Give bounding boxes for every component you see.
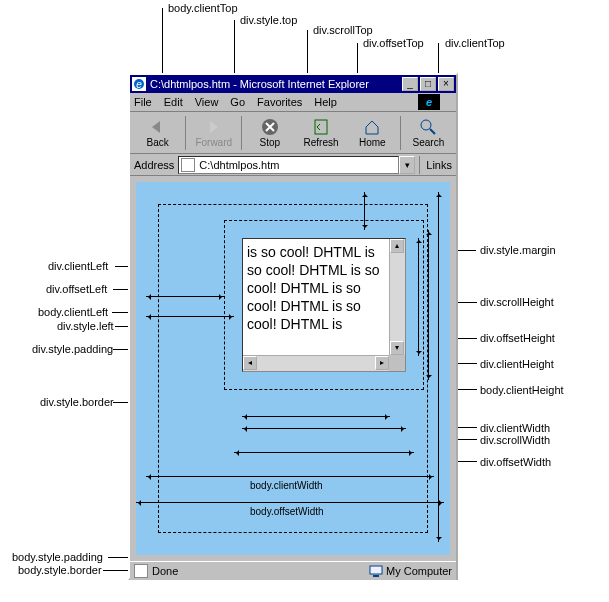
- label-div-clientWidth: div.clientWidth: [480, 422, 550, 434]
- forward-button[interactable]: Forward: [188, 114, 239, 152]
- label-div-offsetTop: div.offsetTop: [363, 37, 424, 49]
- menu-file[interactable]: File: [134, 96, 152, 108]
- address-bar: Address C:\dhtmlpos.htm ▾ Links: [130, 154, 456, 176]
- label-body-style-padding: body.style.padding: [12, 551, 103, 563]
- client-area: is so cool! DHTML is so cool! DHTML is s…: [130, 176, 456, 561]
- menu-edit[interactable]: Edit: [164, 96, 183, 108]
- label-div-style-border: div.style.border: [40, 396, 114, 408]
- forward-label: Forward: [195, 137, 232, 148]
- refresh-label: Refresh: [304, 137, 339, 148]
- svg-point-4: [421, 120, 431, 130]
- separator: [419, 156, 420, 174]
- label-div-style-margin: div.style.margin: [480, 244, 556, 256]
- scroll-up-icon[interactable]: ▴: [390, 239, 404, 253]
- label-div-style-top: div.style.top: [240, 14, 297, 26]
- titlebar[interactable]: e C:\dhtmlpos.htm - Microsoft Internet E…: [130, 75, 456, 93]
- menu-go[interactable]: Go: [230, 96, 245, 108]
- address-dropdown[interactable]: ▾: [399, 156, 415, 174]
- dim-div-clientWidth: [242, 416, 390, 417]
- dim-div-style-top: [364, 192, 365, 230]
- menu-favorites[interactable]: Favorites: [257, 96, 302, 108]
- search-icon: [418, 118, 438, 136]
- app-icon: e: [132, 77, 146, 91]
- label-div-scrollWidth: div.scrollWidth: [480, 434, 550, 446]
- label-body-style-border: body.style.border: [18, 564, 102, 576]
- home-icon: [362, 118, 382, 136]
- zone-text: My Computer: [386, 565, 452, 577]
- label-div-offsetLeft: div.offsetLeft: [46, 283, 107, 295]
- label-div-clientHeight: div.clientHeight: [480, 358, 554, 370]
- dim-div-scrollWidth: [242, 428, 406, 429]
- back-icon: [148, 118, 168, 136]
- div-content-text: is so cool! DHTML is so cool! DHTML is s…: [243, 239, 388, 337]
- refresh-icon: [311, 118, 331, 136]
- label-div-style-padding: div.style.padding: [32, 343, 113, 355]
- menu-help[interactable]: Help: [314, 96, 337, 108]
- done-icon: [134, 564, 148, 578]
- status-text: Done: [152, 565, 369, 577]
- close-button[interactable]: ×: [438, 77, 454, 91]
- refresh-button[interactable]: Refresh: [295, 114, 346, 152]
- scroll-corner: [389, 355, 405, 371]
- svg-line-5: [430, 129, 435, 134]
- ie-logo-icon: e: [418, 94, 440, 110]
- label-div-offsetWidth: div.offsetWidth: [480, 456, 551, 468]
- home-button[interactable]: Home: [347, 114, 398, 152]
- address-input[interactable]: C:\dhtmlpos.htm: [178, 156, 399, 174]
- dim-body-offsetWidth: [136, 502, 444, 503]
- horizontal-scrollbar[interactable]: ◂ ▸: [243, 355, 389, 371]
- scroll-down-icon[interactable]: ▾: [390, 341, 404, 355]
- scroll-right-icon[interactable]: ▸: [375, 356, 389, 370]
- search-label: Search: [413, 137, 445, 148]
- svg-rect-7: [373, 575, 379, 577]
- address-value: C:\dhtmlpos.htm: [199, 159, 279, 171]
- minimize-button[interactable]: _: [402, 77, 418, 91]
- window-title: C:\dhtmlpos.htm - Microsoft Internet Exp…: [150, 78, 400, 90]
- stop-label: Stop: [260, 137, 281, 148]
- maximize-button[interactable]: □: [420, 77, 436, 91]
- div-client-box: is so cool! DHTML is so cool! DHTML is s…: [242, 238, 406, 372]
- address-label: Address: [134, 159, 174, 171]
- label-div-style-left: div.style.left: [57, 320, 114, 332]
- dim-div-offsetWidth: [234, 452, 414, 453]
- page-icon: [181, 158, 195, 172]
- svg-text:e: e: [136, 79, 142, 90]
- stop-icon: [260, 118, 280, 136]
- label-body-clientLeft: body.clientLeft: [38, 306, 108, 318]
- stop-button[interactable]: Stop: [244, 114, 295, 152]
- vertical-scrollbar[interactable]: ▴ ▾: [389, 239, 405, 355]
- dim-div-clientHeight: [418, 238, 419, 356]
- dim-div-offsetLeft: [146, 296, 224, 297]
- diagram-stage: body.clientTop div.style.top div.scrollT…: [0, 0, 609, 602]
- label-body-clientWidth: body.clientWidth: [250, 480, 323, 491]
- home-label: Home: [359, 137, 386, 148]
- label-body-offsetWidth: body.offsetWidth: [250, 506, 324, 517]
- label-div-scrollHeight: div.scrollHeight: [480, 296, 554, 308]
- separator: [185, 116, 186, 150]
- back-label: Back: [146, 137, 168, 148]
- label-div-offsetHeight: div.offsetHeight: [480, 332, 555, 344]
- ie-window: e C:\dhtmlpos.htm - Microsoft Internet E…: [128, 73, 458, 580]
- svg-rect-6: [370, 566, 382, 574]
- forward-icon: [204, 118, 224, 136]
- dim-div-style-left: [146, 316, 234, 317]
- separator: [241, 116, 242, 150]
- label-div-clientTop: div.clientTop: [445, 37, 505, 49]
- label-body-clientHeight: body.clientHeight: [480, 384, 564, 396]
- dim-div-offsetHeight: [428, 230, 429, 380]
- menu-view[interactable]: View: [195, 96, 219, 108]
- statusbar: Done My Computer: [130, 561, 456, 580]
- separator: [400, 116, 401, 150]
- links-label[interactable]: Links: [426, 159, 452, 171]
- label-body-clientTop: body.clientTop: [168, 2, 238, 14]
- toolbar: Back Forward Stop Refresh Home Search: [130, 112, 456, 154]
- menubar: File Edit View Go Favorites Help e: [130, 93, 456, 112]
- label-div-scrollTop: div.scrollTop: [313, 24, 373, 36]
- scroll-left-icon[interactable]: ◂: [243, 356, 257, 370]
- dim-body-clientHeight: [438, 192, 439, 542]
- search-button[interactable]: Search: [403, 114, 454, 152]
- back-button[interactable]: Back: [132, 114, 183, 152]
- computer-icon: [369, 564, 383, 578]
- label-div-clientLeft: div.clientLeft: [48, 260, 108, 272]
- zone-indicator: My Computer: [369, 564, 452, 578]
